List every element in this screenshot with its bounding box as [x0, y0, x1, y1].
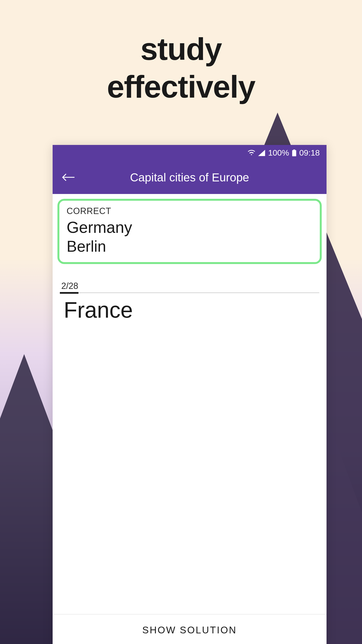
wifi-icon — [248, 150, 255, 156]
status-icons: 100% 09:18 — [248, 148, 320, 158]
correct-term: Germany — [67, 218, 313, 236]
status-time: 09:18 — [299, 148, 320, 158]
progress-area: 2/28 France — [57, 281, 322, 323]
app-bar: Capital cities of Europe — [53, 161, 327, 194]
progress-counter: 2/28 — [60, 281, 319, 291]
battery-icon — [292, 150, 296, 156]
svg-rect-0 — [292, 150, 296, 156]
progress-fill — [60, 292, 78, 294]
correct-status-label: CORRECT — [67, 206, 313, 216]
svg-rect-1 — [293, 150, 295, 150]
show-solution-button[interactable]: SHOW SOLUTION — [142, 625, 237, 636]
bottom-action-bar: SHOW SOLUTION — [53, 614, 327, 644]
progress-bar — [60, 292, 319, 293]
phone-mockup: 100% 09:18 Capital cities of Europe CORR… — [53, 145, 327, 644]
back-arrow-icon — [61, 172, 75, 182]
battery-level: 100% — [268, 148, 289, 158]
current-flashcard-term: France — [60, 297, 319, 323]
headline-line2: effectively — [107, 69, 255, 104]
correct-feedback-card: CORRECT Germany Berlin — [57, 199, 322, 264]
promo-headline: study effectively — [0, 30, 362, 106]
main-content: CORRECT Germany Berlin 2/28 France — [53, 194, 327, 614]
back-button[interactable] — [60, 169, 76, 185]
signal-icon — [258, 150, 265, 156]
correct-answer: Berlin — [67, 238, 313, 255]
status-bar: 100% 09:18 — [53, 145, 327, 161]
app-title: Capital cities of Europe — [130, 171, 249, 184]
headline-line1: study — [140, 32, 222, 67]
